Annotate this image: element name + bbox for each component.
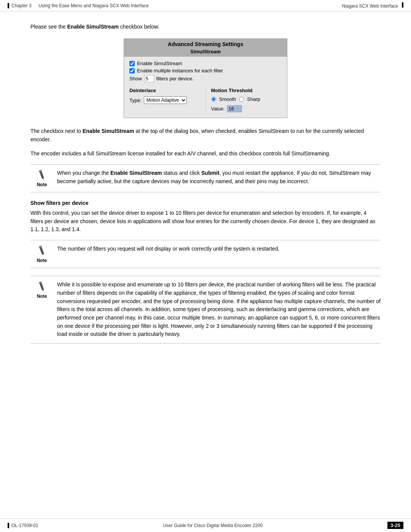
- header-bar: Chapter 3 Using the Ease Menu and Niagar…: [0, 0, 411, 11]
- note-label-1: Note: [37, 182, 47, 187]
- footer-center: User Guide for Cisco Digital Media Encod…: [163, 523, 263, 528]
- footer-left: OL-17938-01: [8, 523, 38, 528]
- show-filters-section: Show filters per device With this contro…: [30, 200, 381, 234]
- footer-left-text: OL-17938-01: [11, 523, 38, 528]
- note1-mid1: status and click: [162, 170, 202, 176]
- header-right-line: [402, 2, 403, 8]
- note-section-2: Note The number of filters you request w…: [30, 240, 381, 268]
- chapter-title: Using the Ease Menu and Niagara SCX Web …: [38, 3, 148, 8]
- note-section-3: Note While it is possible to expose and …: [30, 276, 381, 343]
- sharp-label: Sharp: [247, 96, 260, 102]
- dialog-box: Advanced Streaming Settings SimulStream …: [124, 38, 287, 118]
- motion-threshold-header: Motion Threshold: [211, 88, 282, 93]
- dialog-body: Enable SimulStream Enable multiple insta…: [124, 57, 287, 118]
- intro-paragraph: Please see the Enable SimulStream checkb…: [30, 23, 381, 31]
- value-input[interactable]: [227, 105, 242, 112]
- type-select[interactable]: Motion Adaptive: [144, 96, 187, 104]
- show-filters-para: With this control, you can set the devic…: [30, 209, 381, 234]
- type-row: Type: Motion Adaptive: [129, 96, 200, 104]
- value-row: Value:: [211, 105, 282, 112]
- show-filters-row: Show filters per device.: [129, 75, 282, 82]
- header-bar-line: [8, 3, 9, 8]
- show-filters-suffix: filters per device.: [156, 76, 194, 81]
- note1-bold1: Enable SimulStream: [110, 170, 162, 176]
- smooth-label: Smooth: [219, 96, 236, 102]
- para1-before: The checkbox next to: [30, 128, 83, 134]
- enable-multiple-checkbox[interactable]: [129, 68, 135, 73]
- note-text-2: The number of filters you request will n…: [57, 245, 381, 253]
- footer-bar-line: [8, 523, 9, 528]
- note-label-2: Note: [37, 258, 47, 263]
- note-icon-area-2: Note: [30, 245, 53, 263]
- note1-before: When you change the: [57, 170, 110, 176]
- note-text-3: While it is possible to expose and enume…: [57, 281, 381, 339]
- dialog-subtitle: SimulStream: [124, 48, 287, 57]
- body-para-2: The encoder includes a full SimulStream …: [30, 150, 381, 158]
- note-label-3: Note: [37, 294, 47, 299]
- footer: OL-17938-01 User Guide for Cisco Digital…: [0, 518, 411, 532]
- header-right-text: Niagara SCX Web Interface: [342, 3, 398, 9]
- enable-simulstream-row: Enable SimulStream: [129, 61, 282, 66]
- enable-multiple-label: Enable multiple instances for each filte…: [137, 68, 223, 73]
- header-right: Niagara SCX Web Interface: [342, 2, 403, 9]
- note-text-1: When you change the Enable SimulStream s…: [57, 169, 381, 185]
- dialog-columns: Deinterlace Type: Motion Adaptive Motion…: [129, 88, 282, 112]
- smooth-sharp-row: Smooth Sharp: [211, 96, 282, 102]
- body-para-1: The checkbox next to Enable SimulStream …: [30, 127, 381, 144]
- pencil-icon-2: [36, 245, 48, 257]
- note-section-1: Note When you change the Enable SimulStr…: [30, 164, 381, 192]
- footer-right-text: User Guide for Cisco Digital Media Encod…: [163, 523, 263, 528]
- intro-text-before: Please see the: [30, 24, 67, 30]
- note1-bold2: Submit: [201, 170, 219, 176]
- pencil-icon-3: [36, 281, 48, 293]
- deinterlace-column: Deinterlace Type: Motion Adaptive: [129, 88, 206, 112]
- chapter-separator: [34, 3, 37, 8]
- value-label: Value:: [211, 106, 225, 112]
- show-filters-prefix: Show: [129, 76, 142, 81]
- smooth-radio[interactable]: [211, 97, 216, 102]
- dialog-title: Advanced Streaming Settings: [124, 39, 287, 48]
- pencil-icon-1: [36, 169, 48, 181]
- footer-page-number: 3-25: [387, 522, 403, 529]
- enable-multiple-row: Enable multiple instances for each filte…: [129, 68, 282, 73]
- enable-simulstream-label: Enable SimulStream: [137, 61, 182, 66]
- show-filters-heading: Show filters per device: [30, 200, 381, 206]
- para1-bold1: Enable SimulStream: [83, 128, 134, 134]
- show-filters-input[interactable]: [144, 75, 154, 82]
- header-left: Chapter 3 Using the Ease Menu and Niagar…: [8, 3, 149, 8]
- chapter-number: Chapter 3: [11, 3, 32, 8]
- intro-text-after: checkbox below.: [119, 24, 159, 30]
- deinterlace-header: Deinterlace: [129, 88, 200, 93]
- sharp-radio[interactable]: [239, 97, 244, 102]
- note-icon-area-1: Note: [30, 169, 53, 187]
- intro-bold: Enable SimulStream: [67, 24, 119, 30]
- page-content: Please see the Enable SimulStream checkb…: [0, 11, 411, 374]
- motion-threshold-column: Motion Threshold Smooth Sharp Value:: [206, 88, 282, 112]
- type-label: Type:: [129, 97, 142, 103]
- note-icon-area-3: Note: [30, 281, 53, 299]
- enable-simulstream-checkbox[interactable]: [129, 61, 135, 66]
